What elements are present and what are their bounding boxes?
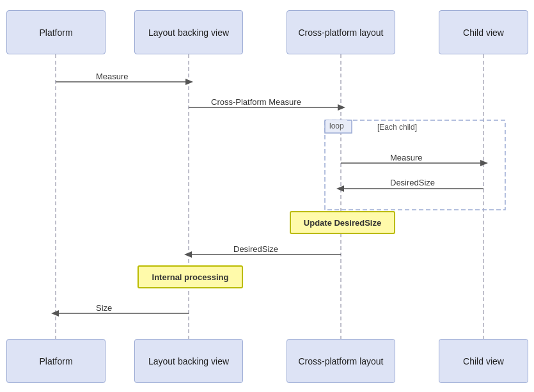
label-desired-size-layout: DesiredSize [233,244,278,254]
actor-layout-backing-bottom: Layout backing view [134,339,243,383]
actor-platform-top: Platform [6,10,106,54]
svg-marker-17 [51,310,59,317]
label-desired-size-child: DesiredSize [390,178,435,187]
svg-marker-5 [185,79,193,85]
actor-platform-bottom: Platform [6,339,106,383]
action-update-desired: Update DesiredSize [290,211,395,234]
label-measure1: Measure [96,72,129,81]
svg-marker-7 [338,104,345,111]
svg-marker-13 [336,185,344,192]
actor-cross-platform-top: Cross-platform layout [287,10,395,54]
actor-child-view-top: Child view [439,10,528,54]
label-size: Size [96,303,112,313]
actor-cross-platform-bottom: Cross-platform layout [287,339,395,383]
actor-layout-backing-top: Layout backing view [134,10,243,54]
svg-marker-15 [184,251,192,258]
action-internal-processing: Internal processing [137,265,243,288]
diagram-svg [0,0,534,392]
sequence-diagram: Platform Layout backing view Cross-platf… [0,0,534,392]
actor-child-view-bottom: Child view [439,339,528,383]
loop-condition: [Each child] [377,123,417,132]
label-child-measure: Measure [390,153,423,162]
label-cross-measure: Cross-Platform Measure [211,97,301,107]
svg-rect-8 [325,120,505,210]
loop-label: loop [326,120,347,132]
svg-marker-11 [480,160,488,166]
